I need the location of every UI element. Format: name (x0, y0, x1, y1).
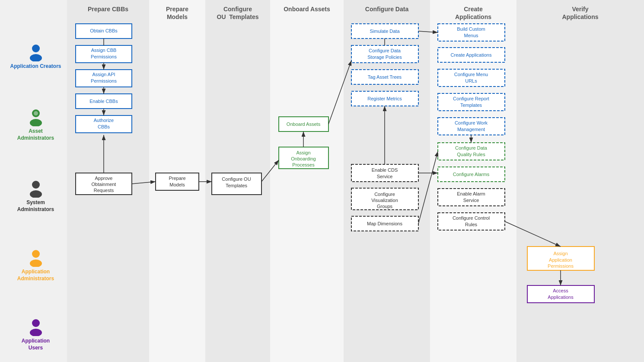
svg-point-7 (32, 250, 40, 258)
app-creators-icon (26, 42, 45, 61)
svg-point-6 (30, 190, 42, 198)
col-create-apps-header: CreateApplications (452, 0, 495, 26)
col-configure-data-header: Configure Data (362, 0, 412, 18)
role-app-creators: Application Creators (4, 39, 67, 95)
app-admins-icon (26, 248, 45, 267)
col-onboard-assets: Onboard Assets (270, 0, 344, 362)
sys-admins-icon (26, 179, 45, 198)
svg-point-1 (30, 54, 42, 61)
app-users-icon (26, 317, 45, 336)
col-prepare-cbbs: Prepare CBBs (67, 0, 149, 362)
col-verify-apps: VerifyApplications (516, 0, 644, 362)
app-users-label: ApplicationUsers (22, 338, 50, 351)
svg-point-5 (32, 181, 40, 189)
col-configure-ou: ConfigureOU Templates (205, 0, 270, 362)
app-admins-label: ApplicationAdministrators (17, 269, 54, 282)
svg-point-4 (34, 111, 38, 115)
diagram-container: Application Creators AssetAdministrators… (0, 0, 644, 362)
svg-point-9 (32, 319, 40, 327)
col-prepare-models-header: PrepareModels (163, 0, 192, 26)
app-creators-label: Application Creators (10, 63, 61, 70)
col-configure-ou-header: ConfigureOU Templates (214, 0, 262, 26)
roles-column: Application Creators AssetAdministrators… (0, 0, 67, 362)
role-asset-admins: AssetAdministrators (4, 104, 67, 171)
svg-point-0 (32, 45, 40, 52)
asset-admins-label: AssetAdministrators (17, 128, 54, 141)
col-configure-data: Configure Data (344, 0, 430, 362)
role-sys-admins: SystemAdministrators (4, 175, 67, 231)
col-onboard-assets-header: Onboard Assets (280, 0, 334, 18)
svg-point-3 (30, 119, 42, 126)
col-verify-apps-header: VerifyApplications (558, 0, 602, 26)
col-prepare-cbbs-header: Prepare CBBs (84, 0, 132, 18)
sys-admins-label: SystemAdministrators (17, 199, 54, 213)
role-app-admins: ApplicationAdministrators (4, 244, 67, 305)
role-app-users: ApplicationUsers (4, 314, 67, 362)
asset-admins-icon (26, 107, 45, 126)
svg-point-8 (30, 259, 42, 267)
svg-point-10 (30, 329, 42, 336)
col-prepare-models: PrepareModels (149, 0, 205, 362)
col-create-apps: CreateApplications (430, 0, 516, 362)
